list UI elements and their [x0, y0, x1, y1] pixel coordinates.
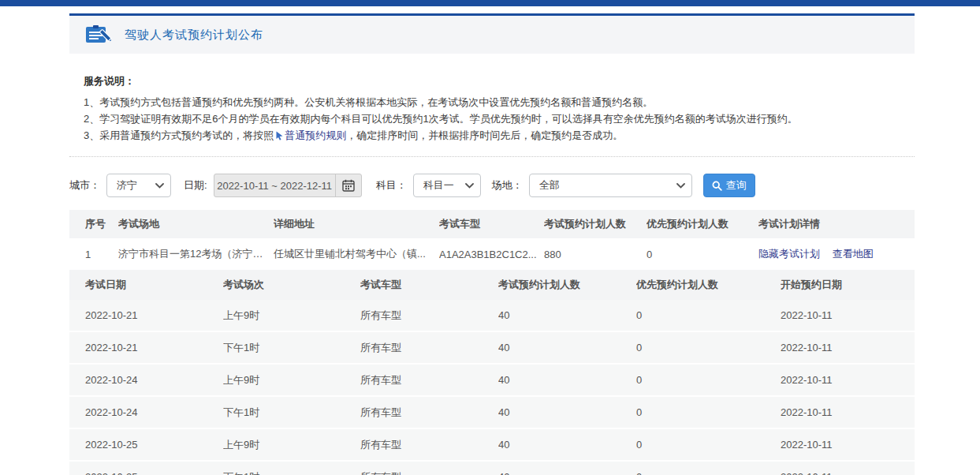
col-address: 详细地址 [274, 217, 439, 231]
cell-exam-session: 上午9时 [223, 373, 360, 387]
cell-booking-start-date: 2022-10-11 [781, 406, 915, 418]
cell-address: 任城区廿里铺北村驾考中心（镇... [274, 247, 439, 261]
plan-table-header: 考试日期 考试场次 考试车型 考试预约计划人数 优先预约计划人数 开始预约日期 [69, 270, 915, 300]
cell-priority-count: 0 [636, 439, 781, 451]
cell-vehicle-type: 所有车型 [360, 309, 498, 323]
chevron-down-icon [676, 183, 685, 189]
search-icon [712, 181, 722, 191]
cell-booking-start-date: 2022-10-11 [781, 342, 915, 353]
cell-plan-count: 40 [498, 342, 636, 353]
cell-actions: 隐藏考试计划 查看地图 [758, 247, 915, 261]
plan-table-body: 2022-10-21上午9时所有车型4002022-10-112022-10-2… [69, 300, 915, 475]
main-container: 驾驶人考试预约计划公布 服务说明： 1、考试预约方式包括普通预约和优先预约两种。… [69, 13, 915, 475]
cell-exam-session: 下午1时 [223, 341, 360, 355]
cell-site: 济宁市科目一第12考场（济宁支... [118, 247, 274, 261]
date-label: 日期: [184, 178, 207, 193]
dotted-divider [69, 156, 915, 157]
exam-plan-table: 考试日期 考试场次 考试车型 考试预约计划人数 优先预约计划人数 开始预约日期 … [69, 270, 915, 475]
col-plan-count: 考试预约计划人数 [544, 217, 647, 231]
cell-plan-count: 40 [498, 309, 636, 321]
cell-vehicle: A1A2A3B1B2C1C2... [439, 249, 544, 260]
exam-plan-clipboard-icon [85, 24, 114, 46]
col-site: 考试场地 [118, 217, 274, 231]
cell-plan-count: 40 [498, 406, 636, 418]
city-select[interactable]: 济宁 [106, 174, 171, 197]
subject-select-value: 科目一 [423, 178, 454, 193]
table-row: 2022-10-21下午1时所有车型4002022-10-11 [69, 332, 915, 365]
cell-exam-date: 2022-10-25 [85, 471, 223, 475]
cell-priority-count: 0 [636, 406, 781, 418]
cell-vehicle-type: 所有车型 [360, 373, 498, 387]
city-label: 城市： [69, 178, 100, 193]
table-row: 2022-10-25下午1时所有车型4002022-10-11 [69, 462, 915, 475]
exam-site-table: 序号 考试场地 详细地址 考试车型 考试预约计划人数 优先预约计划人数 考试计划… [69, 210, 915, 270]
subject-label: 科目： [376, 178, 407, 193]
cell-priority-count: 0 [636, 342, 781, 353]
cell-priority-count: 0 [647, 249, 758, 260]
rules-link-label: 普通预约规则 [285, 129, 346, 141]
cell-booking-start-date: 2022-10-11 [781, 471, 915, 475]
col-vehicle-type: 考试车型 [360, 278, 498, 292]
cell-priority-count: 0 [636, 309, 781, 321]
page-title: 驾驶人考试预约计划公布 [125, 28, 263, 43]
page-header: 驾驶人考试预约计划公布 [69, 13, 915, 54]
col-plan-count: 考试预约计划人数 [498, 278, 636, 292]
col-priority-count: 优先预约计划人数 [636, 278, 781, 292]
cell-exam-date: 2022-10-25 [85, 439, 223, 451]
col-exam-session: 考试场次 [223, 278, 360, 292]
cell-plan-count: 40 [498, 471, 636, 475]
table-row: 2022-10-24下午1时所有车型4002022-10-11 [69, 397, 915, 429]
chevron-down-icon [465, 183, 474, 189]
subject-select[interactable]: 科目一 [413, 174, 481, 197]
search-button-label: 查询 [726, 178, 747, 193]
chevron-down-icon [155, 183, 164, 189]
hide-exam-plan-link[interactable]: 隐藏考试计划 [758, 248, 820, 260]
cell-index: 1 [85, 249, 118, 260]
notice-line-3: 3、采用普通预约方式预约考试的，将按照普通预约规则，确定排序时间，并根据排序时间… [84, 127, 913, 145]
col-index: 序号 [85, 217, 118, 231]
col-exam-date: 考试日期 [85, 278, 223, 292]
date-range-input[interactable]: 2022-10-11 ~ 2022-12-11 [214, 174, 362, 197]
cell-exam-session: 上午9时 [223, 438, 360, 452]
service-notice: 服务说明： 1、考试预约方式包括普通预约和优先预约两种。公安机关将根据本地实际，… [69, 54, 915, 145]
notice-heading: 服务说明： [84, 74, 913, 88]
notice-line-2: 2、学习驾驶证明有效期不足6个月的学员在有效期内每个科目可以优先预约1次考试。学… [84, 110, 913, 127]
filter-bar: 城市： 济宁 日期: 2022-10-11 ~ 2022-12-11 [69, 174, 915, 197]
calendar-icon[interactable] [335, 174, 361, 196]
cell-plan-count: 880 [544, 249, 647, 260]
view-map-link[interactable]: 查看地图 [833, 248, 874, 260]
notice-line-3-suffix: ，确定排序时间，并根据排序时间先后，确定预约是否成功。 [346, 129, 623, 141]
cell-booking-start-date: 2022-10-11 [781, 374, 915, 386]
cell-booking-start-date: 2022-10-11 [781, 439, 915, 451]
ordinary-booking-rules-link[interactable]: 普通预约规则 [274, 129, 346, 141]
cell-vehicle-type: 所有车型 [360, 438, 498, 452]
top-bar [0, 0, 980, 6]
cell-exam-session: 上午9时 [223, 309, 360, 323]
cell-exam-date: 2022-10-21 [85, 342, 223, 353]
cell-vehicle-type: 所有车型 [360, 341, 498, 355]
cell-exam-date: 2022-10-24 [85, 374, 223, 386]
site-table-row: 1 济宁市科目一第12考场（济宁支... 任城区廿里铺北村驾考中心（镇... A… [69, 238, 915, 270]
city-select-value: 济宁 [117, 178, 137, 193]
venue-label: 场地： [492, 178, 523, 193]
col-plan-detail: 考试计划详情 [758, 217, 915, 231]
col-booking-start-date: 开始预约日期 [781, 278, 915, 292]
site-table-header: 序号 考试场地 详细地址 考试车型 考试预约计划人数 优先预约计划人数 考试计划… [69, 210, 915, 238]
cell-exam-session: 下午1时 [223, 406, 360, 420]
cell-exam-date: 2022-10-24 [85, 406, 223, 418]
date-range-value: 2022-10-11 ~ 2022-12-11 [214, 174, 335, 196]
col-vehicle: 考试车型 [439, 217, 544, 231]
table-row: 2022-10-21上午9时所有车型4002022-10-11 [69, 300, 915, 332]
cell-plan-count: 40 [498, 374, 636, 386]
venue-select[interactable]: 全部 [529, 174, 692, 197]
cell-exam-session: 下午1时 [223, 470, 360, 475]
cell-priority-count: 0 [636, 374, 781, 386]
cell-plan-count: 40 [498, 439, 636, 451]
hand-pointer-icon [275, 129, 284, 145]
cell-priority-count: 0 [636, 471, 781, 475]
notice-line-1: 1、考试预约方式包括普通预约和优先预约两种。公安机关将根据本地实际，在考试场次中… [84, 94, 913, 110]
col-priority-count: 优先预约计划人数 [647, 217, 758, 231]
cell-vehicle-type: 所有车型 [360, 406, 498, 420]
search-button[interactable]: 查询 [703, 174, 755, 197]
cell-vehicle-type: 所有车型 [360, 470, 498, 475]
